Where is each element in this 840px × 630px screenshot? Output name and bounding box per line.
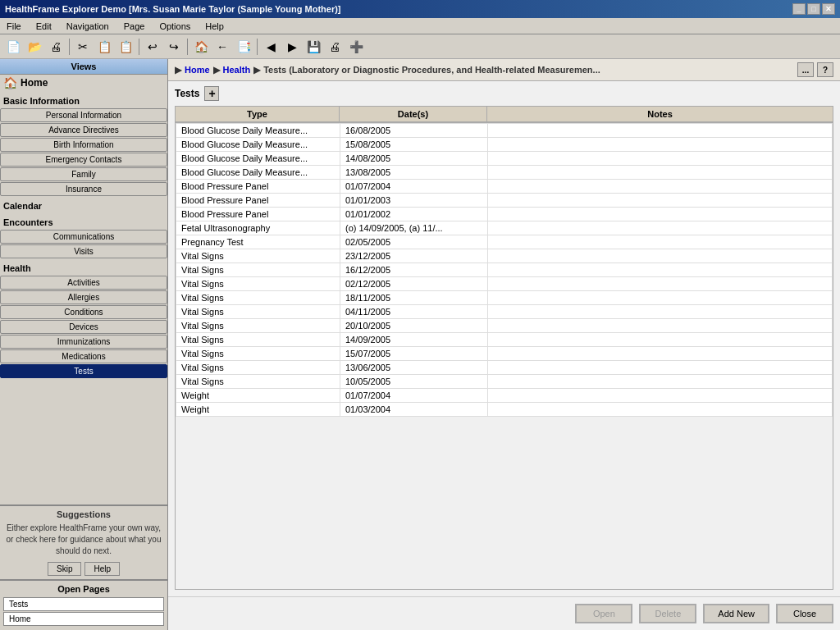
menu-help[interactable]: Help: [202, 21, 227, 32]
col-header-type: Type: [176, 107, 340, 122]
close-window-button[interactable]: ✕: [822, 3, 835, 15]
table-row[interactable]: Fetal Ultrasonography(o) 14/09/2005, (a)…: [176, 221, 833, 235]
table-row[interactable]: Vital Signs16/12/2005: [176, 263, 833, 277]
menu-navigation[interactable]: Navigation: [63, 21, 112, 32]
cell-notes: [488, 375, 833, 389]
cell-date: 15/08/2005: [340, 138, 488, 152]
sidebar-item-personal-information[interactable]: Personal Information: [0, 108, 167, 122]
table-row[interactable]: Vital Signs18/11/2005: [176, 291, 833, 305]
breadcrumb-arrow-2: ▶: [253, 65, 260, 75]
toolbar-new[interactable]: 📄: [3, 37, 23, 57]
table-row[interactable]: Weight01/07/2004: [176, 389, 833, 403]
menu-bar: File Edit Navigation Page Options Help: [0, 18, 840, 34]
sidebar-item-tests[interactable]: Tests: [0, 364, 167, 378]
toolbar-home[interactable]: 🏠: [191, 37, 211, 57]
cell-notes: [488, 319, 833, 333]
menu-edit[interactable]: Edit: [33, 21, 55, 32]
table-row[interactable]: Vital Signs10/05/2005: [176, 375, 833, 389]
open-button[interactable]: Open: [575, 604, 632, 623]
sidebar-item-insurance[interactable]: Insurance: [0, 182, 167, 196]
table-row[interactable]: Vital Signs02/12/2005: [176, 277, 833, 291]
sidebar-item-birth-information[interactable]: Birth Information: [0, 138, 167, 152]
breadcrumb-help-button[interactable]: ?: [817, 62, 833, 77]
toolbar-save[interactable]: 💾: [304, 37, 323, 57]
toolbar-undo[interactable]: ↩: [143, 37, 162, 57]
open-page-tests[interactable]: Tests: [3, 597, 164, 611]
toolbar-sep-1: [69, 39, 70, 55]
table-row[interactable]: Blood Pressure Panel01/01/2002: [176, 208, 833, 221]
table-row[interactable]: Vital Signs20/10/2005: [176, 319, 833, 333]
table-row[interactable]: Blood Pressure Panel01/07/2004: [176, 180, 833, 194]
sidebar-item-conditions[interactable]: Conditions: [0, 305, 167, 319]
table-row[interactable]: Vital Signs04/11/2005: [176, 305, 833, 319]
cell-notes: [488, 124, 833, 138]
breadcrumb-home[interactable]: Home: [185, 65, 210, 75]
sidebar-item-communications[interactable]: Communications: [0, 230, 167, 244]
menu-options[interactable]: Options: [156, 21, 194, 32]
cell-date: 04/11/2005: [340, 305, 488, 319]
table-row[interactable]: Blood Pressure Panel01/01/2003: [176, 194, 833, 208]
open-pages-header: Open Pages: [3, 584, 164, 594]
open-page-home[interactable]: Home: [3, 612, 164, 626]
cell-notes: [488, 166, 833, 180]
cell-notes: [488, 347, 833, 361]
table-scroll[interactable]: Blood Glucose Daily Measure...16/08/2005…: [175, 122, 833, 590]
table-row[interactable]: Blood Glucose Daily Measure...14/08/2005: [176, 152, 833, 166]
sidebar-item-family[interactable]: Family: [0, 167, 167, 181]
table-row[interactable]: Vital Signs13/06/2005: [176, 361, 833, 375]
toolbar-open[interactable]: 📂: [25, 37, 44, 57]
sidebar-item-advance-directives[interactable]: Advance Directives: [0, 123, 167, 137]
sidebar-scroll[interactable]: 🏠 Home Basic Information Personal Inform…: [0, 75, 167, 504]
menu-page[interactable]: Page: [121, 21, 148, 32]
sidebar-item-visits[interactable]: Visits: [0, 244, 167, 258]
table-row[interactable]: Blood Glucose Daily Measure...15/08/2005: [176, 138, 833, 152]
cell-notes: [488, 403, 833, 417]
cell-date: 01/07/2004: [340, 389, 488, 403]
toolbar-copy[interactable]: 📋: [94, 37, 114, 57]
toolbar-cut[interactable]: ✂: [73, 37, 93, 57]
toolbar-prev[interactable]: ◀: [261, 37, 281, 57]
table-row[interactable]: Vital Signs14/09/2005: [176, 333, 833, 347]
toolbar-back[interactable]: ←: [212, 37, 232, 57]
breadcrumb-arrow-0: ▶: [175, 65, 181, 75]
close-button[interactable]: Close: [776, 604, 833, 623]
section-health: Health: [0, 262, 167, 275]
table-row[interactable]: Blood Glucose Daily Measure...16/08/2005: [176, 124, 833, 138]
maximize-button[interactable]: □: [807, 3, 820, 15]
minimize-button[interactable]: _: [792, 3, 806, 15]
sidebar-item-activities[interactable]: Activities: [0, 276, 167, 290]
sidebar-item-emergency-contacts[interactable]: Emergency Contacts: [0, 153, 167, 167]
toolbar-print2[interactable]: 🖨: [325, 37, 345, 57]
section-calendar: Calendar: [0, 199, 167, 212]
table-row[interactable]: Vital Signs15/07/2005: [176, 347, 833, 361]
cell-notes: [488, 333, 833, 347]
breadcrumb-health[interactable]: Health: [223, 65, 251, 75]
toolbar-print[interactable]: 🖨: [46, 37, 66, 57]
cell-type: Blood Glucose Daily Measure...: [176, 138, 340, 152]
menu-file[interactable]: File: [3, 21, 25, 32]
help-button[interactable]: Help: [84, 562, 120, 576]
sidebar-item-devices[interactable]: Devices: [0, 320, 167, 334]
table-row[interactable]: Vital Signs23/12/2005: [176, 249, 833, 263]
toolbar-bookmark[interactable]: 📑: [234, 37, 253, 57]
cell-type: Vital Signs: [176, 263, 340, 277]
cell-type: Vital Signs: [176, 347, 340, 361]
sidebar-home[interactable]: 🏠 Home: [0, 75, 167, 91]
toolbar-add[interactable]: ➕: [346, 37, 366, 57]
cell-type: Blood Pressure Panel: [176, 194, 340, 208]
tests-add-button[interactable]: +: [204, 86, 219, 101]
delete-button[interactable]: Delete: [639, 604, 696, 623]
sidebar-item-allergies[interactable]: Allergies: [0, 290, 167, 304]
breadcrumb-more-button[interactable]: ...: [797, 62, 814, 77]
table-row[interactable]: Weight01/03/2004: [176, 403, 833, 417]
skip-button[interactable]: Skip: [48, 562, 81, 576]
sidebar-item-medications[interactable]: Medications: [0, 349, 167, 363]
toolbar-paste[interactable]: 📋: [116, 37, 135, 57]
sidebar-item-immunizations[interactable]: Immunizations: [0, 335, 167, 349]
table-row[interactable]: Blood Glucose Daily Measure...13/08/2005: [176, 166, 833, 180]
table-row[interactable]: Pregnancy Test02/05/2005: [176, 235, 833, 249]
toolbar-redo[interactable]: ↪: [164, 37, 184, 57]
cell-date: 16/12/2005: [340, 263, 488, 277]
add-new-button[interactable]: Add New: [703, 604, 769, 623]
toolbar-next[interactable]: ▶: [282, 37, 302, 57]
